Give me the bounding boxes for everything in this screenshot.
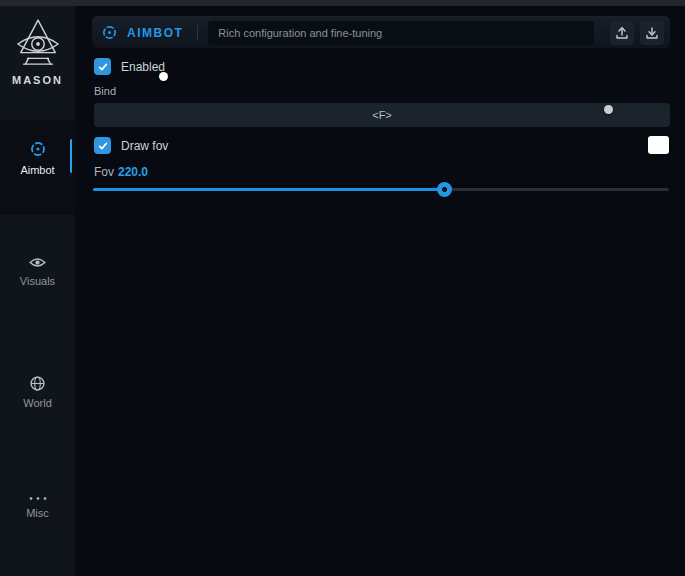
particle-dot [604,105,613,114]
sidebar: MASON Aimbot Visuals [0,6,75,576]
sidebar-item-label: Visuals [20,275,55,287]
draw-fov-row: Draw fov [94,137,168,154]
slider-fill [93,188,444,191]
enabled-checkbox[interactable] [94,58,111,75]
bind-label: Bind [94,85,116,97]
sidebar-item-misc[interactable]: Misc [0,496,75,519]
fov-label: Fov220.0 [94,165,148,179]
sidebar-item-label: Aimbot [20,164,54,176]
fov-color-swatch[interactable] [648,136,669,154]
mason-logo-icon [15,18,61,70]
draw-fov-checkbox[interactable] [94,137,111,154]
sidebar-item-label: Misc [26,507,49,519]
sidebar-item-world[interactable]: World [0,376,75,409]
ellipsis-icon [29,496,47,501]
app-window: MASON Aimbot Visuals [0,0,685,576]
eye-icon [29,256,46,269]
section-subtitle: Rich configuration and fine-tuning [208,21,594,45]
sidebar-item-aimbot[interactable]: Aimbot [0,120,75,215]
cursor-dot [159,72,168,81]
section-header: AIMBOT Rich configuration and fine-tunin… [92,16,670,48]
download-config-button[interactable] [640,21,664,45]
sidebar-item-visuals[interactable]: Visuals [0,256,75,287]
fov-value: 220.0 [118,165,148,179]
main-panel: AIMBOT Rich configuration and fine-tunin… [75,6,685,576]
globe-icon [30,376,45,391]
bind-value: <F> [372,109,392,121]
crosshair-icon [30,141,46,157]
bind-input[interactable]: <F> [94,103,670,127]
check-icon [97,140,109,152]
upload-icon [615,26,629,40]
fov-label-text: Fov [94,165,114,179]
enabled-row: Enabled [94,58,165,75]
brand: MASON [0,18,75,86]
sidebar-item-label: World [23,397,52,409]
slider-handle[interactable] [437,182,452,197]
fov-slider[interactable] [93,182,669,198]
header-divider [197,25,198,41]
crosshair-icon [102,25,117,40]
download-icon [645,26,659,40]
section-title: AIMBOT [127,26,183,40]
enabled-label: Enabled [121,60,165,74]
draw-fov-label: Draw fov [121,139,168,153]
upload-config-button[interactable] [610,21,634,45]
brand-name: MASON [12,74,63,86]
check-icon [97,61,109,73]
